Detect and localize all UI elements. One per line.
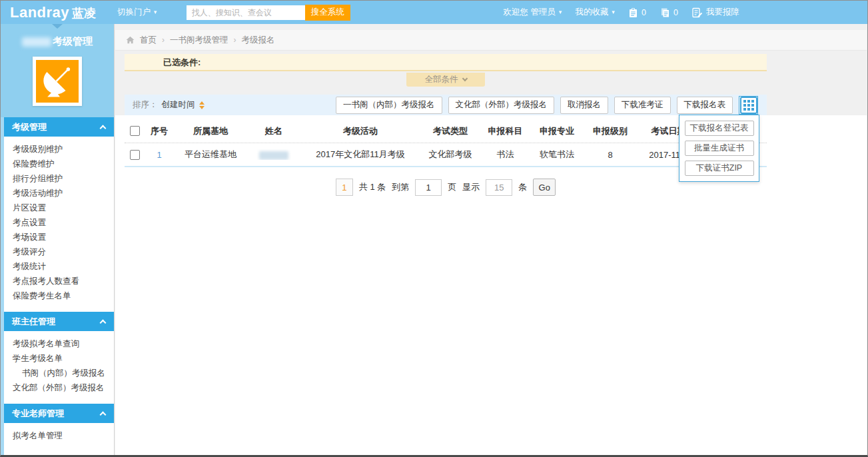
cell-base: 平台运维基地 — [174, 149, 247, 161]
breadcrumb-level2[interactable]: 考级报名 — [242, 35, 275, 46]
breadcrumb: 首页 › 一书阁考级管理 › 考级报名 — [115, 30, 867, 51]
signup-table: 序号 所属基地 姓名 考级活动 考试类型 申报科目 申报专业 申报级别 考试日期… — [125, 119, 767, 167]
more-actions-dropdown: 下载报名登记表 批量生成证书 下载证书ZIP — [679, 115, 759, 182]
sidebar: 考级管理 考级管理 考级级别维护 保险费维护 排行分组维护 考级活动维护 — [1, 24, 115, 455]
all-conditions-row: 全部条件 — [125, 73, 767, 87]
clipboard-icon — [628, 7, 638, 18]
app-window: Landray 蓝凌 切换门户 ▾ 搜全系统 欢迎您 管理员 ▾ 我的收藏 ▾ — [0, 0, 868, 457]
culture-external-signup-button[interactable]: 文化部（外部）考级报名 — [448, 97, 555, 114]
shuge-internal-signup-button[interactable]: 一书阁（内部）考级报名 — [336, 97, 442, 114]
select-all-checkbox[interactable] — [130, 126, 140, 136]
sidebar-item[interactable]: 考级统计 — [4, 259, 114, 274]
global-search-input[interactable] — [187, 5, 305, 20]
sort-field-created-time[interactable]: 创建时间 — [162, 99, 195, 111]
todo-counter[interactable]: 0 — [628, 7, 646, 18]
sidebar-item[interactable]: 文化部（外部）考级报名 — [4, 380, 114, 395]
sidebar-item[interactable]: 排行分组维护 — [4, 171, 114, 186]
sidebar-item[interactable]: 拟考名单管理 — [4, 428, 114, 443]
col-name: 姓名 — [247, 125, 300, 137]
page-size-input[interactable] — [486, 179, 512, 196]
cancel-signup-button[interactable]: 取消报名 — [560, 97, 608, 114]
download-certificate-zip-button[interactable]: 下载证书ZIP — [685, 161, 754, 176]
active-portal-notch — [52, 24, 63, 29]
download-admission-ticket-button[interactable]: 下载准考证 — [614, 97, 671, 114]
sidebar-item[interactable]: 保险费考生名单 — [4, 288, 114, 303]
user-menu[interactable]: 欢迎您 管理员 ▾ — [504, 7, 562, 18]
go-button[interactable]: Go — [533, 179, 556, 196]
sidebar-app-header: 考级管理 — [1, 24, 114, 117]
sort-desc-icon — [199, 106, 205, 109]
page-1-button[interactable]: 1 — [336, 179, 353, 196]
sidebar-section-pro-teacher[interactable]: 专业老师管理 — [4, 404, 114, 423]
todo-count: 0 — [642, 8, 646, 17]
breadcrumb-separator: › — [234, 35, 236, 45]
app-icon[interactable] — [33, 57, 82, 106]
col-seq: 序号 — [145, 125, 174, 137]
report-fault[interactable]: 我要报障 — [691, 7, 739, 18]
sidebar-item[interactable]: 书阁（内部）考级报名 — [4, 366, 114, 380]
sidebar-section-items: 考级级别维护 保险费维护 排行分组维护 考级活动维护 片区设置 考点设置 考场设… — [4, 137, 114, 310]
grid-icon — [740, 97, 757, 114]
list-toolbar: 排序： 创建时间 一书阁（内部）考级报名 文化部（外部）考级报名 取消报名 下载… — [125, 95, 767, 115]
breadcrumb-home[interactable]: 首页 — [140, 35, 157, 46]
col-exam-type: 考试类型 — [420, 125, 480, 137]
topbar: Landray 蓝凌 切换门户 ▾ 搜全系统 欢迎您 管理员 ▾ 我的收藏 ▾ — [1, 1, 867, 24]
download-signup-form-button[interactable]: 下载报名表 — [677, 97, 733, 114]
toolbar-buttons: 一书阁（内部）考级报名 文化部（外部）考级报名 取消报名 下载准考证 下载报名表 — [336, 96, 758, 115]
row-checkbox[interactable] — [130, 150, 140, 160]
sort-control: 排序： 创建时间 — [133, 99, 205, 111]
sort-label: 排序： — [133, 99, 158, 111]
redacted-name — [259, 151, 288, 160]
satellite-dish-icon — [41, 65, 74, 98]
sidebar-item[interactable]: 片区设置 — [4, 201, 114, 215]
sidebar-item[interactable]: 考级评分 — [4, 244, 114, 259]
row-seq-link[interactable]: 1 — [157, 150, 161, 160]
search-all-button[interactable]: 搜全系统 — [305, 5, 350, 21]
redacted-text — [22, 37, 51, 47]
sidebar-item[interactable]: 考场设置 — [4, 230, 114, 244]
table-row[interactable]: 1 平台运维基地 2017年文化部11月考级 文化部考级 书法 软笔书法 8 2… — [125, 143, 767, 167]
sidebar-item[interactable]: 考点报考人数查看 — [4, 274, 114, 288]
sidebar-menu: 考级管理 考级级别维护 保险费维护 排行分组维护 考级活动维护 片区设置 考点设… — [1, 117, 114, 455]
download-registration-form-button[interactable]: 下载报名登记表 — [685, 121, 754, 136]
portal-switch-menu[interactable]: 切换门户 ▾ — [117, 7, 157, 18]
chevron-up-icon — [100, 411, 107, 418]
page-number-input[interactable] — [415, 179, 442, 196]
col-activity: 考级活动 — [300, 125, 420, 137]
doc-count: 0 — [673, 8, 678, 17]
total-count-text: 共 1 条 — [359, 181, 386, 193]
cell-major: 软笔书法 — [530, 149, 584, 161]
col-major: 申报专业 — [530, 125, 584, 137]
report-fault-icon — [691, 7, 703, 18]
breadcrumb-separator: › — [162, 35, 165, 45]
more-actions-grid-button[interactable] — [739, 96, 758, 115]
sidebar-item[interactable]: 保险费维护 — [4, 157, 114, 171]
sidebar-item[interactable]: 考级级别维护 — [4, 142, 114, 157]
breadcrumb-level1[interactable]: 一书阁考级管理 — [170, 35, 228, 46]
sidebar-section-exam-management[interactable]: 考级管理 — [4, 117, 114, 137]
selected-conditions-banner: 已选条件: — [125, 54, 767, 71]
doc-counter[interactable]: 0 — [659, 7, 678, 18]
cell-exam-type: 文化部考级 — [420, 149, 480, 161]
home-icon — [126, 36, 135, 44]
col-base: 所属基地 — [174, 125, 247, 137]
sort-asc-icon — [199, 101, 205, 105]
main-content: 首页 › 一书阁考级管理 › 考级报名 已选条件: 全部条件 排序： 创建时间 — [115, 24, 867, 455]
logo-text-en: Landray — [10, 4, 69, 21]
selected-conditions-label: 已选条件: — [163, 57, 201, 67]
sidebar-item[interactable]: 学生考级名单 — [4, 351, 114, 366]
sidebar-section-items: 拟考名单管理 — [4, 423, 114, 450]
sidebar-item[interactable]: 考级活动维护 — [4, 186, 114, 201]
all-conditions-toggle[interactable]: 全部条件 — [406, 73, 485, 87]
sidebar-section-head-teacher[interactable]: 班主任管理 — [4, 312, 114, 331]
caret-down-icon: ▾ — [559, 9, 562, 15]
pagination: 1 共 1 条 到第 页 显示 条 Go — [125, 178, 767, 197]
landray-logo[interactable]: Landray 蓝凌 — [10, 4, 96, 21]
sort-direction-toggle[interactable] — [199, 101, 205, 109]
batch-generate-certificate-button[interactable]: 批量生成证书 — [685, 141, 754, 156]
show-label: 显示 — [462, 181, 480, 193]
logo-text-cn: 蓝凌 — [72, 5, 96, 21]
sidebar-item[interactable]: 考级拟考名单查询 — [4, 336, 114, 351]
sidebar-item[interactable]: 考点设置 — [4, 215, 114, 230]
favorites-menu[interactable]: 我的收藏 ▾ — [576, 7, 616, 18]
